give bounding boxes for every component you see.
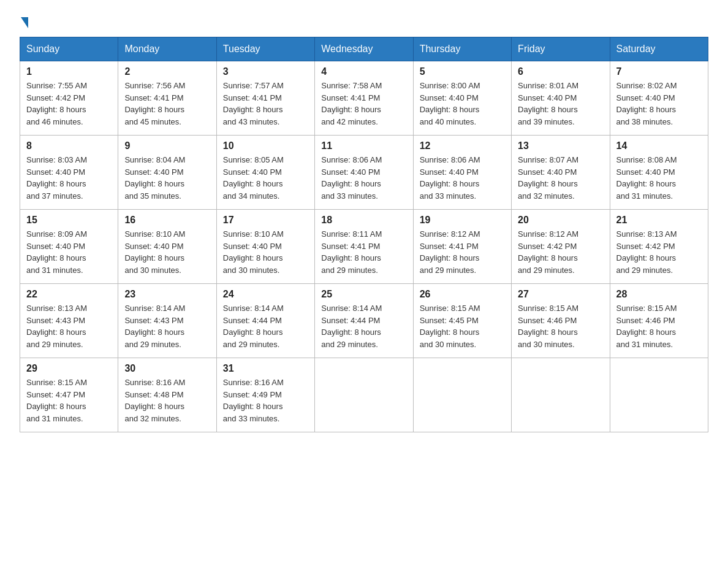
day-number: 21: [616, 215, 702, 226]
calendar-cell: 27Sunrise: 8:15 AMSunset: 4:46 PMDayligh…: [512, 284, 610, 358]
day-number: 20: [518, 215, 603, 226]
day-info: Sunrise: 7:58 AMSunset: 4:41 PMDaylight:…: [321, 80, 406, 128]
day-number: 25: [321, 289, 406, 300]
day-number: 3: [223, 66, 308, 77]
calendar-cell: 31Sunrise: 8:16 AMSunset: 4:49 PMDayligh…: [216, 358, 314, 432]
day-info: Sunrise: 8:01 AMSunset: 4:40 PMDaylight:…: [518, 80, 603, 128]
day-info: Sunrise: 8:15 AMSunset: 4:45 PMDaylight:…: [420, 302, 505, 350]
calendar-cell: [413, 358, 511, 432]
day-info: Sunrise: 8:02 AMSunset: 4:40 PMDaylight:…: [616, 80, 702, 128]
calendar-cell: 26Sunrise: 8:15 AMSunset: 4:45 PMDayligh…: [413, 284, 511, 358]
calendar-cell: 8Sunrise: 8:03 AMSunset: 4:40 PMDaylight…: [20, 136, 118, 210]
day-number: 2: [124, 66, 210, 77]
day-number: 22: [26, 289, 112, 300]
calendar-cell: 10Sunrise: 8:05 AMSunset: 4:40 PMDayligh…: [216, 136, 314, 210]
day-number: 9: [124, 140, 210, 151]
calendar-cell: [315, 358, 413, 432]
header-day-thursday: Thursday: [413, 37, 511, 61]
day-info: Sunrise: 8:09 AMSunset: 4:40 PMDaylight:…: [26, 228, 112, 276]
header-day-sunday: Sunday: [20, 37, 118, 61]
day-info: Sunrise: 8:12 AMSunset: 4:41 PMDaylight:…: [420, 228, 505, 276]
day-number: 28: [616, 289, 702, 300]
calendar-cell: 23Sunrise: 8:14 AMSunset: 4:43 PMDayligh…: [118, 284, 216, 358]
day-info: Sunrise: 8:07 AMSunset: 4:40 PMDaylight:…: [518, 154, 603, 202]
day-number: 24: [223, 289, 308, 300]
day-number: 11: [321, 140, 406, 151]
calendar-cell: 14Sunrise: 8:08 AMSunset: 4:40 PMDayligh…: [610, 136, 708, 210]
header-day-monday: Monday: [118, 37, 216, 61]
day-number: 18: [321, 215, 406, 226]
day-info: Sunrise: 7:56 AMSunset: 4:41 PMDaylight:…: [124, 80, 210, 128]
calendar-header: SundayMondayTuesdayWednesdayThursdayFrid…: [20, 37, 708, 61]
day-number: 1: [26, 66, 112, 77]
calendar-body: 1Sunrise: 7:55 AMSunset: 4:42 PMDaylight…: [20, 61, 708, 432]
day-number: 6: [518, 66, 603, 77]
day-info: Sunrise: 7:55 AMSunset: 4:42 PMDaylight:…: [26, 80, 112, 128]
calendar-cell: 7Sunrise: 8:02 AMSunset: 4:40 PMDaylight…: [610, 61, 708, 136]
calendar-cell: 4Sunrise: 7:58 AMSunset: 4:41 PMDaylight…: [315, 61, 413, 136]
day-number: 26: [420, 289, 505, 300]
day-number: 12: [420, 140, 505, 151]
calendar-cell: 20Sunrise: 8:12 AMSunset: 4:42 PMDayligh…: [512, 210, 610, 284]
day-number: 23: [124, 289, 210, 300]
header-day-wednesday: Wednesday: [315, 37, 413, 61]
day-number: 19: [420, 215, 505, 226]
calendar-week-row: 29Sunrise: 8:15 AMSunset: 4:47 PMDayligh…: [20, 358, 708, 432]
day-info: Sunrise: 8:14 AMSunset: 4:44 PMDaylight:…: [223, 302, 308, 350]
calendar-cell: 17Sunrise: 8:10 AMSunset: 4:40 PMDayligh…: [216, 210, 314, 284]
day-info: Sunrise: 8:14 AMSunset: 4:44 PMDaylight:…: [321, 302, 406, 350]
calendar-cell: 16Sunrise: 8:10 AMSunset: 4:40 PMDayligh…: [118, 210, 216, 284]
day-info: Sunrise: 7:57 AMSunset: 4:41 PMDaylight:…: [223, 80, 308, 128]
calendar-cell: 21Sunrise: 8:13 AMSunset: 4:42 PMDayligh…: [610, 210, 708, 284]
day-info: Sunrise: 8:08 AMSunset: 4:40 PMDaylight:…: [616, 154, 702, 202]
day-number: 30: [124, 363, 210, 374]
day-info: Sunrise: 8:03 AMSunset: 4:40 PMDaylight:…: [26, 154, 112, 202]
day-info: Sunrise: 8:12 AMSunset: 4:42 PMDaylight:…: [518, 228, 603, 276]
calendar-cell: 30Sunrise: 8:16 AMSunset: 4:48 PMDayligh…: [118, 358, 216, 432]
day-info: Sunrise: 8:11 AMSunset: 4:41 PMDaylight:…: [321, 228, 406, 276]
calendar-week-row: 15Sunrise: 8:09 AMSunset: 4:40 PMDayligh…: [20, 210, 708, 284]
day-number: 29: [26, 363, 112, 374]
day-info: Sunrise: 8:14 AMSunset: 4:43 PMDaylight:…: [124, 302, 210, 350]
day-number: 4: [321, 66, 406, 77]
day-info: Sunrise: 8:00 AMSunset: 4:40 PMDaylight:…: [420, 80, 505, 128]
calendar-cell: 19Sunrise: 8:12 AMSunset: 4:41 PMDayligh…: [413, 210, 511, 284]
day-info: Sunrise: 8:04 AMSunset: 4:40 PMDaylight:…: [124, 154, 210, 202]
calendar-cell: 25Sunrise: 8:14 AMSunset: 4:44 PMDayligh…: [315, 284, 413, 358]
day-info: Sunrise: 8:10 AMSunset: 4:40 PMDaylight:…: [223, 228, 308, 276]
logo-arrow-icon: [21, 17, 28, 28]
day-number: 5: [420, 66, 505, 77]
calendar-cell: [610, 358, 708, 432]
calendar-cell: 3Sunrise: 7:57 AMSunset: 4:41 PMDaylight…: [216, 61, 314, 136]
calendar-cell: 29Sunrise: 8:15 AMSunset: 4:47 PMDayligh…: [20, 358, 118, 432]
day-number: 27: [518, 289, 603, 300]
calendar-cell: [512, 358, 610, 432]
header-day-saturday: Saturday: [610, 37, 708, 61]
day-number: 10: [223, 140, 308, 151]
calendar-cell: 11Sunrise: 8:06 AMSunset: 4:40 PMDayligh…: [315, 136, 413, 210]
day-number: 17: [223, 215, 308, 226]
calendar-cell: 22Sunrise: 8:13 AMSunset: 4:43 PMDayligh…: [20, 284, 118, 358]
day-info: Sunrise: 8:16 AMSunset: 4:48 PMDaylight:…: [124, 377, 210, 424]
day-number: 8: [26, 140, 112, 151]
calendar-week-row: 8Sunrise: 8:03 AMSunset: 4:40 PMDaylight…: [20, 136, 708, 210]
day-number: 15: [26, 215, 112, 226]
day-number: 13: [518, 140, 603, 151]
calendar-cell: 6Sunrise: 8:01 AMSunset: 4:40 PMDaylight…: [512, 61, 610, 136]
calendar-cell: 9Sunrise: 8:04 AMSunset: 4:40 PMDaylight…: [118, 136, 216, 210]
day-info: Sunrise: 8:13 AMSunset: 4:42 PMDaylight:…: [616, 228, 702, 276]
calendar-cell: 13Sunrise: 8:07 AMSunset: 4:40 PMDayligh…: [512, 136, 610, 210]
day-number: 16: [124, 215, 210, 226]
calendar-cell: 18Sunrise: 8:11 AMSunset: 4:41 PMDayligh…: [315, 210, 413, 284]
day-info: Sunrise: 8:06 AMSunset: 4:40 PMDaylight:…: [420, 154, 505, 202]
day-number: 7: [616, 66, 702, 77]
day-info: Sunrise: 8:06 AMSunset: 4:40 PMDaylight:…: [321, 154, 406, 202]
calendar-cell: 15Sunrise: 8:09 AMSunset: 4:40 PMDayligh…: [20, 210, 118, 284]
calendar-week-row: 22Sunrise: 8:13 AMSunset: 4:43 PMDayligh…: [20, 284, 708, 358]
header-day-friday: Friday: [512, 37, 610, 61]
calendar-cell: 28Sunrise: 8:15 AMSunset: 4:46 PMDayligh…: [610, 284, 708, 358]
logo: [20, 15, 28, 27]
day-info: Sunrise: 8:15 AMSunset: 4:46 PMDaylight:…: [616, 302, 702, 350]
day-header-row: SundayMondayTuesdayWednesdayThursdayFrid…: [20, 37, 708, 61]
calendar-cell: 2Sunrise: 7:56 AMSunset: 4:41 PMDaylight…: [118, 61, 216, 136]
